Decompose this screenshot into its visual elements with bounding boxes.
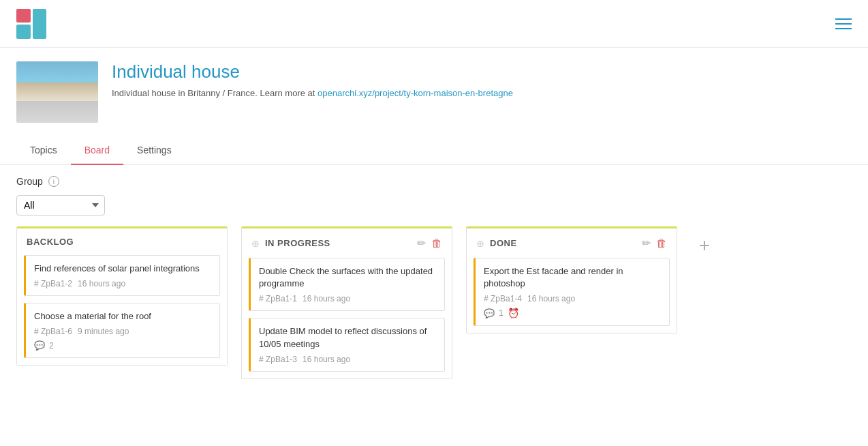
column-done-title: DONE — [490, 238, 636, 248]
edit-icon-done[interactable]: ✏ — [642, 237, 651, 250]
hamburger-line-1 — [835, 18, 852, 20]
project-image-inner — [16, 61, 98, 123]
card-bim-id: # ZpBa1-3 — [259, 355, 297, 364]
card-double-check-meta: # ZpBa1-1 16 hours ago — [259, 294, 436, 303]
group-info-icon[interactable]: i — [48, 176, 59, 187]
board-area: Group i All Group 1 Group 2 BACKLOG Find… — [0, 165, 868, 390]
column-done: ⊕ DONE ✏ 🗑 Export the Est facade and ren… — [466, 226, 677, 333]
hamburger-line-3 — [835, 28, 852, 29]
column-backlog: BACKLOG Find references of solar panel i… — [16, 226, 228, 366]
card-double-check-time: 16 hours ago — [303, 294, 350, 303]
tab-board[interactable]: Board — [71, 136, 123, 165]
card-double-check[interactable]: Double Check the surfaces with the updat… — [249, 258, 445, 311]
card-roof-time: 9 minutes ago — [78, 327, 129, 336]
comment-count-export: 1 — [499, 308, 503, 318]
group-select[interactable]: All Group 1 Group 2 — [16, 195, 105, 215]
card-bim-meta: # ZpBa1-3 16 hours ago — [259, 355, 436, 364]
card-double-check-title: Double Check the surfaces with the updat… — [259, 265, 436, 290]
edit-icon-in-progress[interactable]: ✏ — [417, 237, 426, 250]
delete-icon-in-progress[interactable]: 🗑 — [431, 237, 442, 250]
project-title: Individual house — [112, 61, 852, 83]
card-roof-icons: 💬 2 — [34, 340, 211, 351]
add-column-button[interactable]: + — [691, 232, 718, 259]
project-description: Individual house in Britanny / France. L… — [112, 88, 852, 98]
hamburger-line-2 — [835, 23, 852, 25]
column-in-progress: ⊕ IN PROGRESS ✏ 🗑 Double Check the surfa… — [241, 226, 452, 379]
app-header — [0, 0, 868, 48]
project-header: Individual house Individual house in Bri… — [0, 48, 868, 136]
column-in-progress-header: ⊕ IN PROGRESS ✏ 🗑 — [242, 228, 452, 258]
tab-topics[interactable]: Topics — [16, 136, 71, 165]
tab-settings[interactable]: Settings — [123, 136, 185, 165]
project-thumbnail — [16, 61, 98, 123]
card-solar-panel[interactable]: Find references of solar panel integrati… — [24, 255, 220, 296]
column-backlog-title: BACKLOG — [27, 237, 217, 247]
column-backlog-header: BACKLOG — [17, 228, 227, 255]
card-double-check-id: # ZpBa1-1 — [259, 294, 297, 303]
card-roof-title: Choose a material for the roof — [34, 310, 211, 323]
drag-icon-done[interactable]: ⊕ — [476, 238, 484, 249]
card-export-time: 16 hours ago — [527, 294, 575, 303]
group-row: Group i — [16, 176, 852, 187]
card-export-id: # ZpBa1-4 — [484, 294, 522, 303]
card-export-meta: # ZpBa1-4 16 hours ago — [484, 294, 661, 303]
clock-icon-export: ⏰ — [508, 308, 519, 318]
column-done-header: ⊕ DONE ✏ 🗑 — [467, 228, 677, 258]
card-export-facade[interactable]: Export the Est facade and render in phot… — [474, 258, 670, 326]
card-bim-title: Update BIM model to reflect discussions … — [259, 325, 436, 350]
card-solar-meta: # ZpBa1-2 16 hours ago — [34, 279, 211, 288]
comment-icon-export: 💬 — [484, 308, 495, 318]
card-export-icons: 💬 1 ⏰ — [484, 308, 661, 318]
logo-cell-2 — [33, 9, 47, 39]
group-label: Group — [16, 176, 43, 187]
card-bim-time: 16 hours ago — [303, 355, 350, 364]
card-solar-time: 16 hours ago — [78, 279, 125, 288]
kanban-board: BACKLOG Find references of solar panel i… — [16, 226, 852, 379]
menu-button[interactable] — [835, 18, 852, 29]
tabs-container: Topics Board Settings — [0, 136, 868, 165]
comment-count-roof: 2 — [49, 341, 54, 351]
column-in-progress-title: IN PROGRESS — [265, 238, 412, 248]
drag-icon-in-progress[interactable]: ⊕ — [251, 238, 260, 249]
card-solar-title: Find references of solar panel integrati… — [34, 263, 211, 275]
logo-grid — [16, 9, 46, 39]
delete-icon-done[interactable]: 🗑 — [656, 237, 667, 250]
card-roof-material[interactable]: Choose a material for the roof # ZpBa1-6… — [24, 303, 220, 358]
logo-cell-1 — [16, 9, 31, 23]
card-export-title: Export the Est facade and render in phot… — [484, 265, 661, 290]
card-solar-id: # ZpBa1-2 — [34, 279, 72, 288]
card-roof-meta: # ZpBa1-6 9 minutes ago — [34, 327, 211, 336]
project-link[interactable]: openarchi.xyz/project/ty-korn-maison-en-… — [317, 88, 513, 98]
logo[interactable] — [16, 9, 46, 39]
comment-icon-roof: 💬 — [34, 340, 45, 351]
project-info: Individual house Individual house in Bri… — [112, 61, 852, 98]
logo-cell-3 — [16, 25, 31, 39]
project-desc-text: Individual house in Britanny / France. L… — [112, 88, 317, 98]
card-roof-id: # ZpBa1-6 — [34, 327, 72, 336]
card-bim-model[interactable]: Update BIM model to reflect discussions … — [249, 318, 445, 371]
